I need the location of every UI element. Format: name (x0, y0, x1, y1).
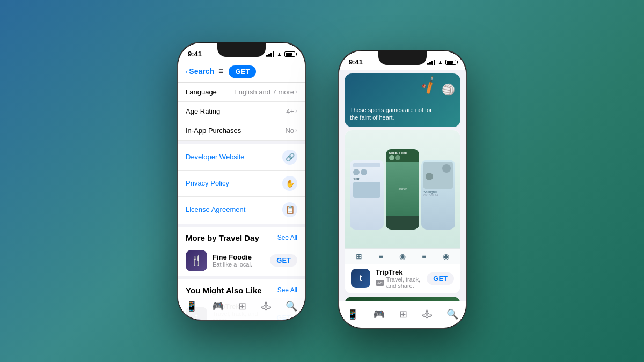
notch-1 (217, 43, 266, 57)
card-tab-icon-1: ⊞ (356, 252, 362, 261)
tab2-apps[interactable]: ⊞ (399, 308, 407, 320)
iap-value: No › (285, 127, 297, 135)
ad-badge-2: Ad (376, 280, 384, 286)
ball-icon: 🏐 (442, 83, 455, 96)
tab2-search[interactable]: 🔍 (447, 308, 458, 320)
back-button[interactable]: ‹ Search (186, 67, 214, 76)
tab2-today[interactable]: 📱 (347, 308, 358, 320)
tab-apps[interactable]: ⊞ (238, 300, 246, 312)
triptrek-card: 13k Social Feed (345, 130, 460, 293)
triptrek-get-2[interactable]: GET (427, 272, 454, 285)
tab2-games[interactable]: 🎮 (373, 308, 385, 320)
tab-today[interactable]: 📱 (186, 300, 197, 312)
time-2: 9:41 (349, 58, 363, 66)
arcade-tab-icon: 🕹 (261, 301, 271, 312)
bat-icon: 🏏 (419, 75, 442, 98)
tab-arcade[interactable]: 🕹 (261, 301, 271, 312)
get-button-top[interactable]: GET (229, 65, 256, 78)
age-rating-value: 4+ › (286, 107, 297, 115)
fine-foodie-get[interactable]: GET (270, 254, 297, 267)
status-icons-2: ▲ (427, 59, 456, 65)
notch-2 (378, 51, 427, 65)
fine-foodie-name: Fine Foodie (213, 253, 265, 261)
license-agreement-label: License Agreement (186, 205, 245, 213)
battery-icon-2 (445, 60, 456, 65)
license-agreement-row[interactable]: License Agreement 📋 (178, 197, 305, 223)
fine-foodie-icon: 🍴 (186, 250, 207, 271)
card-tab-icon-4: ≡ (422, 252, 426, 261)
signal-icon-2 (427, 60, 435, 65)
card-tab-icon-5: ◉ (443, 252, 449, 261)
playing-card[interactable]: WHAT WE'RE PLAYING Jump Into the Driver'… (345, 297, 460, 301)
time-1: 9:41 (188, 50, 202, 58)
language-label: Language (186, 88, 217, 96)
more-title: More by Travel Day (186, 233, 259, 242)
triptrek-desc-2: Travel, track, and share. (386, 276, 421, 289)
wifi-icon-2: ▲ (437, 59, 443, 65)
social-feed-label: Social Feed (389, 151, 416, 154)
sports-card[interactable]: 🏏 🏐 These sports games are not for the f… (345, 73, 460, 127)
trip-app-info: TripTrek Ad Travel, track, and share. (376, 268, 421, 289)
language-value: English and 7 more › (234, 88, 297, 96)
more-see-all[interactable]: See All (277, 234, 297, 241)
games-tab-icon-2: 🎮 (373, 308, 385, 320)
screenshot-left: 13k (350, 160, 384, 230)
screenshot-right: Shanghai 09:10-04:24 (421, 160, 455, 230)
sports-card-text: These sports games are not for the faint… (350, 106, 432, 122)
apps-tab-icon-2: ⊞ (399, 308, 407, 320)
more-section-header: More by Travel Day See All (178, 227, 305, 246)
chevron-icon: › (295, 88, 297, 95)
links-section: Developer Website 🔗 Privacy Policy ✋ Lic… (178, 144, 305, 223)
age-rating-label: Age Rating (186, 107, 220, 115)
tab-bar-1: 📱 🎮 ⊞ 🕹 🔍 (178, 293, 305, 320)
trip-app-row: t TripTrek Ad Travel, track, and share. … (345, 264, 460, 293)
apps-tab-icon: ⊞ (238, 300, 246, 312)
chevron-left-icon: ‹ (186, 68, 188, 76)
search-tab-icon: 🔍 (286, 300, 297, 312)
search-tab-icon-2: 🔍 (447, 308, 458, 320)
tab-bar-2: 📱 🎮 ⊞ 🕹 🔍 (339, 301, 466, 328)
screenshot-center: Social Feed Jane (386, 149, 420, 230)
status-icons-1: ▲ (266, 51, 295, 57)
language-row: Language English and 7 more › (178, 83, 305, 102)
link-icon: 🔗 (282, 150, 297, 165)
fine-foodie-info: Fine Foodie Eat like a local. (213, 253, 265, 268)
wifi-icon: ▲ (276, 51, 282, 57)
phone-1: 9:41 ▲ ‹ Search ≡ (177, 42, 306, 321)
today-tab-icon: 📱 (186, 300, 197, 312)
today-tab-icon-2: 📱 (347, 308, 358, 320)
card-tab-icon-2: ≡ (378, 252, 383, 261)
iap-row: In-App Purchases No › (178, 121, 305, 141)
games-tab-icon: 🎮 (212, 300, 224, 312)
iap-label: In-App Purchases (186, 127, 241, 135)
battery-icon (284, 51, 295, 57)
sports-items: 🏏 🏐 (422, 78, 455, 96)
chevron-icon-2: › (295, 107, 297, 115)
developer-website-label: Developer Website (186, 153, 245, 161)
arcade-tab-icon-2: 🕹 (422, 309, 432, 320)
nav-bar-1: ‹ Search ≡ GET (178, 62, 305, 83)
sports-card-bg: 🏏 🏐 These sports games are not for the f… (345, 73, 460, 127)
fine-foodie-desc: Eat like a local. (213, 261, 265, 268)
hand-icon: ✋ (282, 176, 297, 191)
card-tab-icon-3: ◉ (399, 252, 406, 261)
sports-text-2: the faint of heart. (350, 114, 432, 121)
triptrek-icon-2: t (351, 269, 370, 288)
developer-website-row[interactable]: Developer Website 🔗 (178, 144, 305, 171)
sports-text-1: These sports games are not for (350, 106, 432, 114)
tab-search[interactable]: 🔍 (286, 300, 297, 312)
signal-icon (266, 51, 274, 57)
filter-icon[interactable]: ≡ (218, 67, 223, 76)
age-rating-row: Age Rating 4+ › (178, 102, 305, 121)
trip-screenshots: 13k Social Feed (345, 130, 460, 248)
document-icon: 📋 (282, 202, 297, 217)
tab2-arcade[interactable]: 🕹 (422, 309, 432, 320)
privacy-policy-label: Privacy Policy (186, 179, 229, 187)
chevron-icon-3: › (295, 127, 297, 134)
triptrek-name-2: TripTrek (376, 268, 421, 276)
fine-foodie-row: 🍴 Fine Foodie Eat like a local. GET (178, 246, 305, 276)
back-label[interactable]: Search (189, 67, 214, 76)
phone-2: 9:41 ▲ 🏏 🏐 (338, 50, 467, 329)
tab-games[interactable]: 🎮 (212, 300, 224, 312)
privacy-policy-row[interactable]: Privacy Policy ✋ (178, 171, 305, 197)
